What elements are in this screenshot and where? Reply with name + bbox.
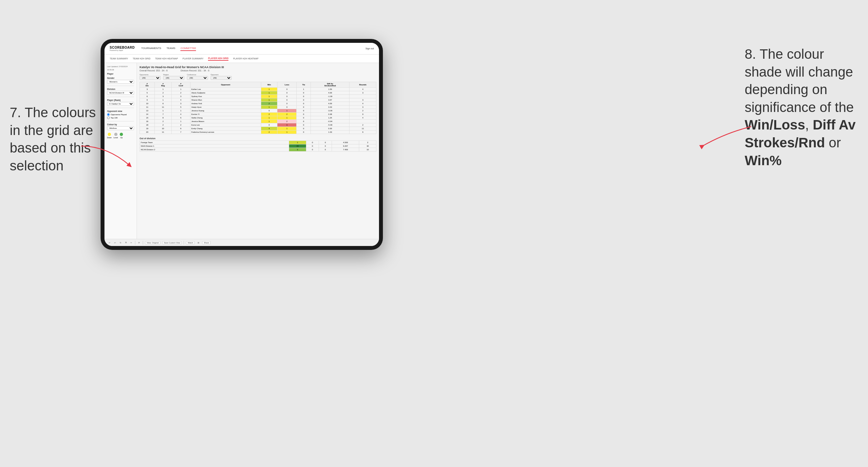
filter-opponents: Opponents: (All)	[140, 74, 161, 80]
nav-committee[interactable]: COMMITTEE	[180, 46, 196, 51]
td-conf: 2	[171, 91, 190, 95]
td-reg: 6	[155, 102, 172, 105]
share-button[interactable]: Share	[202, 241, 211, 244]
td-diff: 1.25	[311, 116, 349, 120]
td-tie: 0	[297, 127, 311, 130]
td-rounds: 3	[349, 98, 376, 102]
view-original-button[interactable]: View: Original	[145, 241, 160, 244]
grid-icon[interactable]: ⊞	[197, 241, 200, 244]
conference-filter-select[interactable]: (All)	[187, 76, 208, 80]
filter-conference: Conference (All)	[187, 74, 208, 80]
redo-button[interactable]: ↩	[113, 241, 117, 244]
td-loss: 0	[277, 98, 297, 102]
opponent-filter-select[interactable]: (All)	[211, 76, 232, 80]
last-updated-time: 16:55:38	[107, 69, 134, 71]
main-content: Katelyn Vo Head-to-Head Grid for Women's…	[137, 63, 379, 239]
td-reg: 8	[155, 116, 172, 120]
td-diff: 0.30	[311, 127, 349, 130]
td-win: 2	[261, 130, 277, 134]
td-diff: 1.50	[311, 88, 349, 91]
colour-by-select[interactable]: Win/loss	[107, 126, 134, 130]
td-reg: 1	[155, 98, 172, 102]
watch-button[interactable]: Watch	[186, 241, 195, 244]
th-win: Win	[261, 82, 277, 88]
td-tie: 0	[297, 95, 311, 98]
td-tie: 1	[297, 88, 311, 91]
table-row: 6 3 3 Sydney Kuo 1 0 0 -1.00	[140, 95, 376, 98]
refresh-button[interactable]: ⟳	[137, 241, 141, 244]
td-diff: 7.400	[332, 148, 359, 152]
td-team: NCAA Division 2	[140, 148, 289, 152]
td-conf: 5	[171, 116, 190, 120]
td-rounds: 3	[349, 105, 376, 109]
td-win: 1	[261, 120, 277, 123]
player-rank-select[interactable]: 8. Katelyn Vo	[107, 102, 134, 106]
sub-nav-team-h2h-grid[interactable]: TEAM H2H GRID	[133, 57, 151, 60]
division-select[interactable]: NCAA Division III	[107, 91, 134, 95]
save-custom-button[interactable]: Save Custom View	[162, 241, 182, 244]
td-diff: 9.267	[332, 145, 359, 148]
td-div: 13	[140, 109, 155, 113]
cut-button[interactable]: ✂	[129, 241, 133, 244]
td-conf: 1	[171, 109, 190, 113]
td-tie: 0	[297, 91, 311, 95]
sub-nav-player-h2h-heatmap[interactable]: PLAYER H2H HEATMAP	[233, 57, 258, 60]
toolbar: ↩ ↩ ↻ ⧉ ✂ ⟳ View: Original Save Custom V…	[104, 239, 379, 246]
sub-nav-player-h2h-grid[interactable]: PLAYER H2H GRID	[208, 57, 228, 61]
td-tie: 0	[319, 145, 332, 148]
sub-nav-team-h2h-heatmap[interactable]: TEAM H2H HEATMAP	[155, 57, 178, 60]
td-tie: 0	[297, 105, 311, 109]
gender-select[interactable]: Women's	[107, 80, 134, 84]
td-diff: -0.94	[311, 120, 349, 123]
legend-down-dot	[108, 133, 111, 136]
td-tie: 0	[297, 123, 311, 127]
region-filter-select[interactable]: (All)	[163, 76, 184, 80]
td-conf: 3	[171, 102, 190, 105]
th-loss: Loss	[277, 82, 297, 88]
annotation-right: 8. The colour shade will change dependin…	[745, 45, 858, 169]
td-opponent: Federica Domecq Lacroze	[190, 130, 261, 134]
td-loss: 1	[277, 130, 297, 134]
td-rounds: 4	[349, 102, 376, 105]
td-team: NAIA Division 1	[140, 145, 289, 148]
grid-title: Katelyn Vo Head-to-Head Grid for Women's…	[140, 66, 376, 69]
td-win: 1	[261, 105, 277, 109]
redo2-button[interactable]: ↻	[119, 241, 122, 244]
td-div: 11	[140, 105, 155, 109]
filter-opponent: Opponent (All)	[211, 74, 232, 80]
sub-nav-player-summary[interactable]: PLAYER SUMMARY	[183, 57, 204, 60]
sign-out-link[interactable]: Sign out	[365, 48, 374, 50]
th-div: #Div	[140, 82, 155, 88]
undo-button[interactable]: ↩	[108, 241, 111, 244]
td-rounds: 2	[349, 109, 376, 113]
radio-top-100[interactable]: Top 100	[107, 117, 134, 119]
td-tie: 0	[297, 109, 311, 113]
th-reg: #Reg	[155, 82, 172, 88]
toolbar-div2	[143, 241, 143, 245]
td-opponent: Esther Lee	[190, 88, 261, 91]
ood-table-row: NCAA Division 2 5 0 0 7.400 10	[140, 148, 376, 152]
table-row: 10 6 3 Andrea York 2 0 0 4.00 4	[140, 102, 376, 105]
player-section-label: Player	[107, 73, 134, 75]
td-diff: -5.00	[311, 123, 349, 127]
copy-button[interactable]: ⧉	[124, 241, 127, 244]
legend-level-dot	[114, 133, 118, 136]
td-loss: 0	[277, 91, 297, 95]
sub-nav-team-summary[interactable]: TEAM SUMMARY	[110, 57, 128, 60]
td-loss: 0	[277, 105, 297, 109]
overall-record: Overall Record: 353 - 34 - 6	[140, 69, 167, 72]
opponents-filter-select[interactable]: (All)	[140, 76, 161, 80]
td-rounds: 6	[349, 130, 376, 134]
nav-teams[interactable]: TEAMS	[166, 46, 176, 51]
td-rounds: 2	[359, 141, 376, 145]
radio-opponents-played[interactable]: Opponents Played	[107, 113, 134, 116]
tablet-screen: SCOREBOARD Powered by clippd TOURNAMENTS…	[104, 43, 379, 246]
arrow-right-svg	[693, 120, 758, 159]
td-opponent: Stella Cheng	[190, 116, 261, 120]
nav-tournaments[interactable]: TOURNAMENTS	[141, 46, 161, 51]
td-conf: 6	[171, 127, 190, 130]
td-diff: 0.38	[311, 113, 349, 116]
td-win: 5	[289, 148, 306, 152]
td-div: 19	[140, 127, 155, 130]
td-reg: 11	[155, 130, 172, 134]
